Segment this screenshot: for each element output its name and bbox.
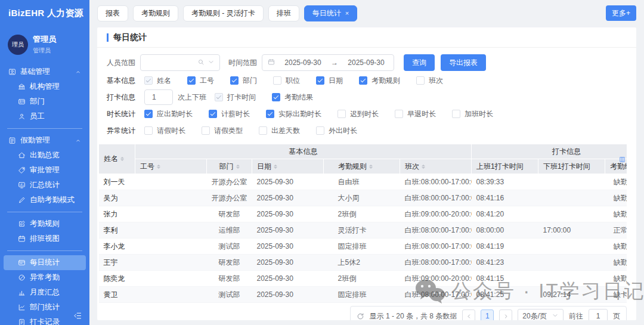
table-row[interactable]: 吴为开源办公室2025-09-30大小周白班:08:00:00-17:00:00…: [99, 190, 627, 206]
sidebar-item-org-mgmt[interactable]: 机构管理: [0, 79, 89, 94]
tab-flexible-punch[interactable]: 考勤规则 - 灵活打卡: [183, 5, 264, 21]
checkbox-paid-hours[interactable]: 计薪时长: [209, 109, 250, 119]
doc-list-icon: [18, 318, 26, 325]
checkbox-attendance-result[interactable]: 考勤结果: [272, 92, 313, 103]
col-header-shift[interactable]: 班次: [400, 159, 472, 174]
checkbox-out-hours[interactable]: 外出时长: [316, 126, 357, 136]
checkbox-leave-type[interactable]: 请假类型: [202, 126, 243, 136]
checkbox-expected-hours[interactable]: 应出勤时长: [144, 109, 193, 119]
checkbox-icon: [316, 76, 324, 85]
title-row: 每日统计: [97, 27, 636, 48]
tab-report[interactable]: 报表: [97, 5, 128, 21]
status-cell: 缺勤: [605, 239, 627, 255]
checkbox-actual-hours[interactable]: 实际出勤时长: [266, 109, 321, 119]
sidebar-item-attendance-rules[interactable]: 考勤规则: [0, 216, 89, 231]
checkbox-date[interactable]: 日期: [316, 76, 343, 86]
date-to[interactable]: 2025-09-30: [344, 58, 388, 67]
pagination-summary: 显示 1 - 20 条，共 8 条数据: [370, 311, 457, 321]
sort-icon[interactable]: [120, 157, 124, 161]
checkbox-rule[interactable]: 考勤规则: [359, 76, 400, 86]
sidebar-item-self-attendance[interactable]: 自助考勤模式: [0, 193, 89, 208]
menu-divider: [7, 128, 82, 129]
refresh-icon[interactable]: [357, 312, 364, 320]
punch-count-input[interactable]: [144, 89, 173, 105]
more-button[interactable]: 更多+: [606, 5, 636, 21]
sidebar-item-attendance-overview[interactable]: 出勤总览: [0, 148, 89, 163]
sidebar-collapse-icon[interactable]: [73, 311, 82, 320]
sidebar-item-daily-stats[interactable]: 每日统计: [4, 255, 86, 270]
status-cell: 缺卡: [605, 287, 627, 303]
tab-attendance-rules[interactable]: 考勤规则: [133, 5, 178, 21]
daily-stats-table: 姓名 基本信息 打卡信息 工号 部门 日期 考勤规则 班次: [98, 144, 627, 304]
checkbox-leave-hours[interactable]: 请假时长: [144, 126, 185, 136]
date-from[interactable]: 2025-09-30: [281, 58, 325, 67]
sort-icon[interactable]: [157, 165, 160, 169]
goto-page-input[interactable]: [589, 309, 608, 320]
col-header-rule[interactable]: 考勤规则: [324, 159, 400, 174]
checkbox-overtime-hours[interactable]: 加班时长: [452, 109, 493, 119]
table-row[interactable]: 刘一天开源办公室2025-09-30自由班白班:08:00:00-17:00:0…: [99, 174, 627, 190]
sidebar-item-summary-stats[interactable]: 汇总统计: [0, 178, 89, 193]
table-row[interactable]: 张力研发部2025-09-302班倒白班:09:00:00-20:00:0008…: [99, 206, 627, 222]
current-page[interactable]: 1: [481, 309, 494, 320]
table-row[interactable]: 李利运维部2025-09-30灵活打卡白班:08:00:00-17:00:000…: [99, 222, 627, 239]
arrow-right-icon: →: [331, 58, 338, 67]
checkbox-shift[interactable]: 班次: [416, 76, 443, 86]
time-range-label: 时间范围: [228, 58, 257, 68]
search-button[interactable]: 查询: [404, 54, 435, 71]
sort-icon[interactable]: [422, 165, 425, 169]
sidebar-item-abnormal-attendance[interactable]: 异常考勤: [0, 270, 89, 285]
sidebar-group-leave-mgmt[interactable]: 假勤管理: [0, 133, 89, 148]
checkbox-early-leave-hours[interactable]: 早退时长: [395, 109, 436, 119]
people-range-label: 人员范围: [107, 58, 135, 68]
table-row[interactable]: 黄卫测试部2025-09-30固定排班白班:08:00:00-17:00:000…: [99, 287, 627, 303]
col-header-date[interactable]: 日期: [252, 159, 324, 174]
export-report-button[interactable]: 导出报表: [441, 54, 486, 71]
sidebar-menu: 基础管理 机构管理 部门 员工 假勤管理: [0, 64, 89, 325]
prev-page-button[interactable]: [462, 309, 475, 320]
table-row[interactable]: 王宇研发部2025-09-30上5休2白班:08:00:00-17:00:000…: [99, 255, 627, 271]
next-page-button[interactable]: [499, 309, 512, 320]
col-header-dept[interactable]: 部门: [207, 159, 252, 174]
menu-divider: [7, 250, 82, 251]
sidebar-item-shift-view[interactable]: 排班视图: [0, 231, 89, 246]
checkbox-empno[interactable]: 工号: [187, 76, 214, 86]
close-icon[interactable]: ×: [345, 10, 349, 17]
checkbox-dept[interactable]: 部门: [230, 76, 257, 86]
tab-daily-stats[interactable]: 每日统计 ×: [304, 5, 357, 21]
checkbox-trip-days[interactable]: 出差天数: [259, 126, 300, 136]
page-size-select[interactable]: 20条/页: [518, 309, 564, 320]
sort-icon[interactable]: [274, 165, 277, 169]
date-range-picker[interactable]: 2025-09-30 → 2025-09-30: [262, 54, 394, 71]
sidebar-group-basic-mgmt[interactable]: 基础管理: [0, 64, 89, 79]
avatar: 理员: [8, 35, 28, 55]
calendar-icon: [268, 58, 275, 67]
tab-shift[interactable]: 排班: [268, 5, 299, 21]
content-card: 每日统计 人员范围 时间范围 2025-09-30 → 2025-09-30 查…: [97, 27, 636, 320]
people-range-select[interactable]: [140, 54, 220, 71]
status-cell: 缺勤: [605, 271, 627, 287]
clipboard-icon: [8, 137, 16, 144]
checkbox-punch-time[interactable]: 打卡时间: [215, 92, 256, 103]
sort-icon[interactable]: [236, 165, 240, 169]
col-header-name[interactable]: 姓名: [99, 144, 135, 174]
sidebar-item-department[interactable]: 部门: [0, 94, 89, 109]
sidebar-item-monthly-summary[interactable]: 月度汇总: [0, 285, 89, 300]
column-settings-icon[interactable]: [619, 156, 626, 163]
chart-window-icon: [18, 181, 26, 189]
checkbox-late-hours[interactable]: 迟到时长: [338, 109, 379, 119]
checkbox-name[interactable]: 姓名: [144, 76, 171, 86]
sidebar-item-employee[interactable]: 员工: [0, 109, 89, 124]
col-header-empno[interactable]: 工号: [135, 159, 207, 174]
tab-bar: 报表 考勤规则 考勤规则 - 灵活打卡 排班 每日统计 × 更多+: [89, 0, 644, 26]
sort-icon[interactable]: [369, 165, 373, 169]
sidebar-item-approval-mgmt[interactable]: 审批管理: [0, 163, 89, 178]
table-row[interactable]: 陈奕龙研发部2025-09-302班倒白班:09:00:00-20:00:000…: [99, 271, 627, 287]
page-title: 每日统计: [113, 32, 147, 43]
app-logo: iBizEHR 人力资源: [0, 0, 89, 19]
checkbox-position[interactable]: 职位: [273, 76, 300, 86]
checkbox-icon: [202, 126, 210, 135]
checkbox-icon: [144, 76, 153, 85]
table-row[interactable]: 李小龙测试部2025-09-30固定排班白班:08:00:00-17:00:00…: [99, 239, 627, 255]
tag-icon: [18, 166, 26, 174]
